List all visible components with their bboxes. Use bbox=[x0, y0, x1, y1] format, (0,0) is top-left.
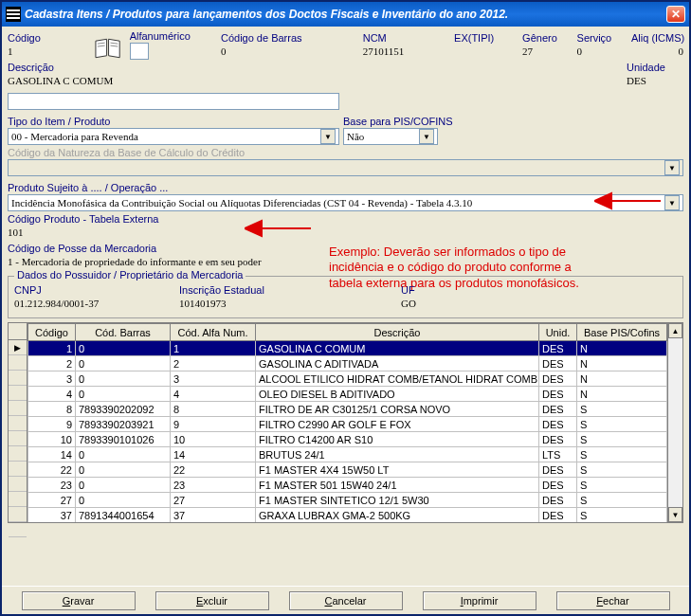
close-button[interactable]: ✕ bbox=[666, 6, 685, 23]
table-row[interactable]: 14014BRUTUS 24/1LTSS bbox=[28, 447, 667, 462]
button-bar: Gravar Excluir Cancelar Imprimir Fechar bbox=[2, 586, 689, 614]
imprimir-button[interactable]: Imprimir bbox=[423, 591, 536, 610]
row-selector[interactable] bbox=[9, 462, 27, 477]
grid-header[interactable]: Unid. bbox=[539, 324, 577, 341]
cnpj-value: 01.212.984/0001-37 bbox=[14, 297, 175, 312]
ncm-label: NCM bbox=[363, 32, 450, 44]
codigo-value: 1 bbox=[8, 45, 90, 60]
products-grid[interactable]: ▶ CódigoCód. BarrasCód. Alfa Num.Descriç… bbox=[8, 322, 683, 523]
aliq-value: 0 bbox=[631, 45, 683, 60]
scroll-down-button[interactable]: ▼ bbox=[668, 507, 682, 522]
row-selector[interactable] bbox=[9, 522, 27, 537]
unid-label: Unidade bbox=[627, 62, 683, 73]
natcred-label: Código da Natureza da Base de Cálculo do… bbox=[8, 147, 683, 158]
scroll-up-button[interactable]: ▲ bbox=[668, 323, 682, 338]
row-selector[interactable] bbox=[9, 477, 27, 492]
codbarras-value: 0 bbox=[221, 45, 359, 60]
table-row[interactable]: 10789339010102610FILTRO C14200 AR S10DES… bbox=[28, 432, 667, 447]
row-selector[interactable] bbox=[9, 446, 27, 462]
table-row[interactable]: 27027F1 MASTER SINTETICO 12/1 5W30DESS bbox=[28, 493, 667, 508]
chevron-down-icon[interactable]: ▼ bbox=[320, 129, 336, 144]
cnpj-label: CNPJ bbox=[14, 284, 175, 296]
row-selector[interactable] bbox=[9, 416, 27, 431]
barcode-icon bbox=[6, 7, 21, 22]
aliq-label: Aliq (ICMS) bbox=[631, 32, 683, 44]
grid-header[interactable]: Código bbox=[28, 324, 76, 341]
row-selector[interactable] bbox=[9, 401, 27, 416]
table-row[interactable]: 303ALCOOL ETILICO HIDRAT COMB/ETANOL HID… bbox=[28, 371, 667, 387]
row-selector[interactable] bbox=[9, 507, 27, 522]
extra-input[interactable] bbox=[8, 93, 339, 110]
grid-header[interactable]: Descrição bbox=[256, 324, 539, 341]
desc-value: GASOLINA C COMUM bbox=[8, 74, 623, 89]
row-selector[interactable] bbox=[9, 431, 27, 446]
arrow-annotation-2 bbox=[245, 217, 311, 240]
codbarras-label: Código de Barras bbox=[221, 32, 359, 44]
extipi-label: EX(TIPI) bbox=[454, 32, 518, 44]
codext-label: Código Produto - Tabela Externa bbox=[8, 213, 245, 225]
grid-header[interactable]: Cód. Barras bbox=[76, 324, 171, 341]
row-selector[interactable] bbox=[9, 355, 27, 371]
tipoitem-label: Tipo do Item / Produto bbox=[8, 116, 339, 127]
table-row[interactable]: 202GASOLINA C ADITIVADADESN bbox=[28, 356, 667, 371]
tipoitem-combo[interactable]: 00 - Mercadoria para Revenda▼ bbox=[8, 128, 339, 145]
grid-header[interactable]: Base PIS/Cofins bbox=[577, 324, 667, 341]
possuidor-group: Dados do Possuidor / Proprietário da Mer… bbox=[8, 276, 683, 318]
table-row[interactable]: 404OLEO DIESEL B ADITIVADODESN bbox=[28, 387, 667, 402]
possuidor-legend: Dados do Possuidor / Proprietário da Mer… bbox=[14, 269, 245, 281]
sujeito-combo[interactable]: Incidência Monofásica da Contribuição So… bbox=[8, 194, 683, 211]
uf-value: GO bbox=[401, 297, 458, 312]
basepis-label: Base para PIS/COFINS bbox=[343, 116, 438, 127]
desc-label: Descrição bbox=[8, 62, 623, 73]
titlebar: Cadastra Itens / Produtos para lançament… bbox=[2, 2, 689, 27]
extipi-value bbox=[454, 45, 518, 60]
table-row[interactable]: 22022F1 MASTER 4X4 15W50 LTDESS bbox=[28, 462, 667, 478]
fechar-button[interactable]: Fechar bbox=[556, 591, 670, 610]
chevron-down-icon: ▼ bbox=[664, 160, 680, 175]
row-selector[interactable] bbox=[9, 371, 27, 386]
servico-value: 0 bbox=[577, 45, 627, 60]
table-row[interactable]: 878933902020928FILTRO DE AR C30125/1 COR… bbox=[28, 402, 667, 417]
genero-label: Gênero bbox=[522, 32, 573, 44]
sujeito-label: Produto Sujeito à .... / Operação ... bbox=[8, 182, 683, 193]
cancelar-button[interactable]: Cancelar bbox=[289, 591, 403, 610]
chevron-down-icon[interactable]: ▼ bbox=[419, 129, 434, 144]
basepis-combo[interactable]: Não▼ bbox=[343, 128, 438, 145]
row-selector[interactable] bbox=[9, 492, 27, 507]
grid-scrollbar[interactable]: ▲ ▼ bbox=[667, 323, 682, 522]
codposse-value: 1 - Mercadoria de propriedade do informa… bbox=[8, 255, 683, 270]
grid-header[interactable]: Cód. Alfa Num. bbox=[171, 324, 256, 341]
uf-label: UF bbox=[401, 284, 458, 296]
ncm-value: 27101151 bbox=[363, 45, 450, 60]
genero-value: 27 bbox=[522, 45, 573, 60]
codposse-label: Código de Posse da Mercadoria bbox=[8, 243, 683, 254]
inscest-value: 101401973 bbox=[179, 297, 397, 312]
codigo-label: Código bbox=[8, 32, 90, 44]
natcred-combo: ▼ bbox=[8, 159, 683, 176]
row-selector[interactable] bbox=[9, 386, 27, 401]
table-row[interactable]: 23023F1 MASTER 501 15W40 24/1DESS bbox=[28, 478, 667, 493]
alfanum-label: Alfanumérico bbox=[130, 30, 217, 42]
table-row[interactable]: 101GASOLINA C COMUMDESN bbox=[28, 341, 667, 356]
table-row[interactable]: 978933902039219FILTRO C2990 AR GOLF E FO… bbox=[28, 417, 667, 432]
unid-value: DES bbox=[627, 74, 683, 89]
inscest-label: Inscrição Estadual bbox=[179, 284, 397, 296]
table-row[interactable]: 37789134400165437GRAXA LUBRAX GMA-2 500K… bbox=[28, 508, 667, 523]
gravar-button[interactable]: Gravar bbox=[22, 591, 136, 610]
row-selector[interactable]: ▶ bbox=[9, 340, 27, 355]
chevron-down-icon[interactable]: ▼ bbox=[664, 195, 680, 210]
excluir-button[interactable]: Excluir bbox=[155, 591, 269, 610]
book-icon bbox=[94, 37, 121, 60]
alfanum-input[interactable] bbox=[130, 43, 149, 60]
servico-label: Serviço bbox=[577, 32, 627, 44]
codext-value: 101 bbox=[8, 226, 245, 241]
window-title: Cadastra Itens / Produtos para lançament… bbox=[25, 8, 508, 21]
